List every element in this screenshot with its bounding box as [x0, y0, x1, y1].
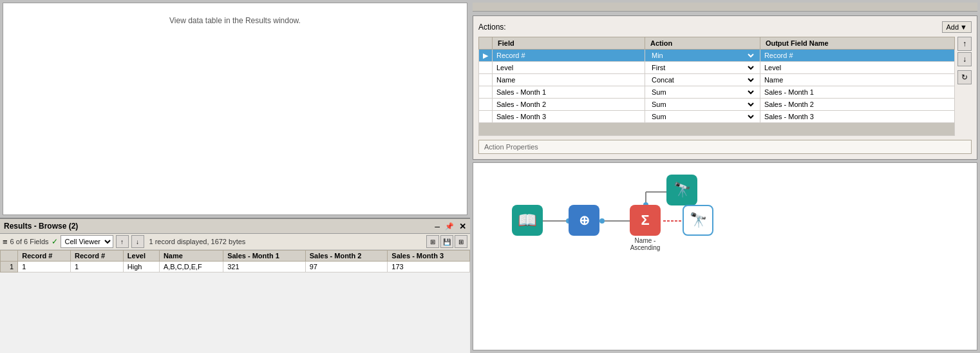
viewer-select[interactable]: Cell Viewer: [61, 235, 113, 248]
actions-table-wrapper: Field Action Output Field Name ▶ Record …: [478, 37, 972, 136]
actions-dialog: Actions: Add ▼ Field Action Output Field…: [473, 15, 977, 160]
header-pin-icon[interactable]: 📌: [445, 222, 454, 231]
col-output-field: Output Field Name: [760, 37, 954, 50]
cell-record-num2: 1: [71, 262, 124, 272]
col-sales-m1: Sales - Month 1: [223, 251, 306, 262]
flow-diagram: 📖 ⊕ Σ Name -Ascending 🔭 🔭: [473, 162, 977, 350]
browse-selected-node[interactable]: 🔭: [683, 205, 713, 236]
action-cell-6: Sum: [645, 111, 760, 123]
col-indicator: [479, 37, 493, 50]
col-field: Field: [493, 37, 645, 50]
action-field-3: Name: [493, 74, 645, 86]
table-row: 1 1 1 High A,B,C,D,E,F 321 97 173: [1, 262, 470, 272]
svg-point-6: [599, 218, 605, 224]
sort-desc-icon[interactable]: ↓: [131, 235, 144, 248]
preview-area: View data table in the Results window.: [3, 3, 467, 215]
cycle-icon: ↻: [961, 73, 968, 82]
input-node-icon: 📖: [512, 205, 543, 236]
col-sales-m2: Sales - Month 2: [305, 251, 388, 262]
action-select-3[interactable]: Concat: [649, 75, 756, 84]
action-field-5: Sales - Month 2: [493, 99, 645, 111]
results-toolbar: ≡ 6 of 6 Fields ✓ Cell Viewer ↑ ↓ 1 reco…: [0, 234, 470, 250]
row-num-cell: 1: [1, 262, 18, 272]
actions-row-6[interactable]: Sales - Month 3 Sum Sales - Month 3: [479, 111, 955, 123]
table-icon: ≡: [3, 237, 8, 247]
row-empty-4: [479, 86, 493, 99]
action-field-1: Record #: [493, 50, 645, 62]
move-down-button[interactable]: ↓: [957, 52, 972, 66]
col-name: Name: [159, 251, 223, 262]
preview-text: View data table in the Results window.: [169, 16, 301, 25]
action-select-4[interactable]: Sum: [649, 88, 756, 97]
action-cell-1: Min: [645, 50, 760, 62]
col-sales-m3: Sales - Month 3: [388, 251, 470, 262]
row-empty-3: [479, 74, 493, 86]
top-scrollbar[interactable]: [473, 3, 977, 12]
action-select-5[interactable]: Sum: [649, 100, 756, 109]
action-properties: Action Properties: [478, 140, 972, 154]
field-count-label: 6 of 6 Fields: [10, 238, 49, 245]
action-select-2[interactable]: First: [649, 63, 756, 72]
cycle-button[interactable]: ↻: [957, 70, 972, 84]
join-node-icon: ⊕: [569, 205, 599, 236]
right-panel: Actions: Add ▼ Field Action Output Field…: [470, 0, 980, 353]
left-panel: View data table in the Results window. R…: [0, 0, 470, 353]
sort-label: Name -Ascending: [630, 237, 661, 251]
cell-sales-m2: 97: [305, 262, 388, 272]
action-properties-label: Action Properties: [484, 143, 538, 151]
browse-selected-icon: 🔭: [683, 205, 713, 236]
browse-top-icon: 🔭: [666, 175, 697, 205]
action-output-2: Level: [760, 62, 954, 74]
export-icon[interactable]: ⊞: [455, 235, 467, 248]
col-record-num: Record #: [18, 251, 71, 262]
action-cell-2: First: [645, 62, 760, 74]
row-empty-6: [479, 111, 493, 123]
action-output-4: Sales - Month 1: [760, 86, 954, 99]
row-arrow-cell: ▶: [479, 50, 493, 62]
row-empty-5: [479, 99, 493, 111]
cell-name: A,B,C,D,E,F: [159, 262, 223, 272]
action-cell-5: Sum: [645, 99, 760, 111]
down-arrow-icon: ↓: [963, 55, 966, 64]
row-empty-2: [479, 62, 493, 74]
copy-icon[interactable]: ⊞: [426, 235, 439, 248]
action-cell-4: Sum: [645, 86, 760, 99]
summarize-node[interactable]: Σ Name -Ascending: [630, 205, 661, 251]
actions-row-2[interactable]: Level First Level: [479, 62, 955, 74]
results-panel: Results - Browse (2) – 📌 ✕ ≡ 6 of 6 Fiel…: [0, 218, 470, 353]
cell-level: High: [123, 262, 159, 272]
results-title: Results - Browse (2): [4, 222, 78, 231]
cell-sales-m3: 173: [388, 262, 470, 272]
col-record-num2: Record #: [71, 251, 124, 262]
actions-row-empty: [479, 123, 955, 136]
add-dropdown-icon: ▼: [960, 23, 967, 31]
actions-label: Actions:: [478, 23, 506, 32]
header-dash-icon[interactable]: –: [435, 221, 440, 231]
browse-top-node[interactable]: 🔭: [666, 175, 697, 205]
side-buttons: ↑ ↓ ↻: [957, 37, 972, 136]
cell-record-num: 1: [18, 262, 71, 272]
action-select-1[interactable]: Min: [649, 51, 756, 60]
data-table: Record # Record # Level Name Sales - Mon…: [0, 250, 470, 272]
cell-sales-m1: 321: [223, 262, 306, 272]
actions-row-3[interactable]: Name Concat Name: [479, 74, 955, 86]
add-button-label: Add: [947, 23, 959, 31]
action-select-6[interactable]: Sum: [649, 112, 756, 121]
add-button[interactable]: Add ▼: [942, 21, 972, 33]
join-node[interactable]: ⊕: [569, 205, 599, 236]
toolbar-icon-group: ⊞ 💾 ⊞: [426, 235, 467, 248]
action-output-5: Sales - Month 2: [760, 99, 954, 111]
results-header: Results - Browse (2) – 📌 ✕: [0, 219, 470, 234]
actions-row-4[interactable]: Sales - Month 1 Sum Sales - Month 1: [479, 86, 955, 99]
save-icon[interactable]: 💾: [440, 235, 453, 248]
action-field-2: Level: [493, 62, 645, 74]
checkmark-icon: ✓: [52, 237, 58, 246]
sort-asc-icon[interactable]: ↑: [116, 235, 129, 248]
actions-row-5[interactable]: Sales - Month 2 Sum Sales - Month 2: [479, 99, 955, 111]
action-output-3: Name: [760, 74, 954, 86]
actions-row-1[interactable]: ▶ Record # Min Record #: [479, 50, 955, 62]
header-close-icon[interactable]: ✕: [459, 222, 466, 231]
move-up-button[interactable]: ↑: [957, 37, 972, 51]
col-row-num: [1, 251, 18, 262]
input-node[interactable]: 📖: [512, 205, 543, 236]
